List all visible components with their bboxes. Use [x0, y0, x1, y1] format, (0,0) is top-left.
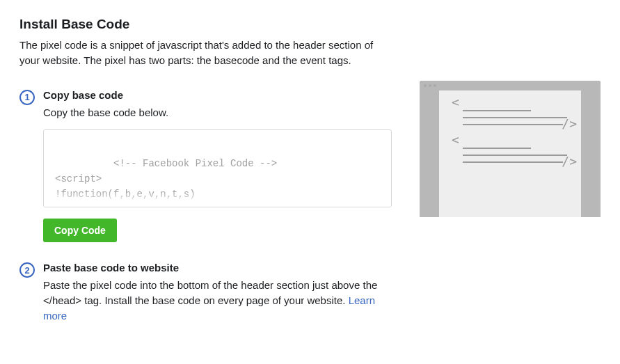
step-1-title: Copy base code — [43, 89, 392, 101]
step-number-2: 2 — [19, 262, 35, 278]
illustration: < /> < — [420, 81, 601, 353]
browser-right-gutter — [581, 90, 601, 217]
browser-left-gutter — [420, 90, 439, 217]
step-2-text-body: Paste the pixel code into the bottom of … — [43, 279, 377, 306]
code-fade-overlay — [44, 191, 391, 207]
step-2-title: Paste base code to website — [43, 262, 392, 274]
step-1: 1 Copy base code Copy the base code belo… — [19, 89, 392, 243]
step-1-text: Copy the base code below. — [43, 105, 392, 120]
page-title: Install Base Code — [19, 17, 392, 32]
step-2-text: Paste the pixel code into the bottom of … — [43, 278, 392, 323]
code-snippet-box[interactable]: <!-- Facebook Pixel Code --> <script> !f… — [43, 129, 392, 207]
browser-chrome-bar — [420, 81, 601, 90]
open-angle-icon: < — [452, 132, 459, 147]
step-number-1: 1 — [19, 90, 35, 105]
page-description: The pixel code is a snippet of javascrip… — [19, 38, 392, 68]
open-angle-icon: < — [452, 95, 459, 109]
browser-content-panel: < /> < — [439, 90, 581, 217]
illus-code-block-2: < /> — [453, 138, 567, 163]
copy-code-button[interactable]: Copy Code — [43, 219, 117, 242]
close-angle-icon: /> — [562, 116, 577, 131]
step-2: 2 Paste base code to website Paste the p… — [19, 262, 392, 333]
browser-window-icon: < /> < — [420, 81, 601, 217]
illus-code-block-1: < /> — [453, 100, 567, 125]
close-angle-icon: /> — [562, 154, 577, 168]
